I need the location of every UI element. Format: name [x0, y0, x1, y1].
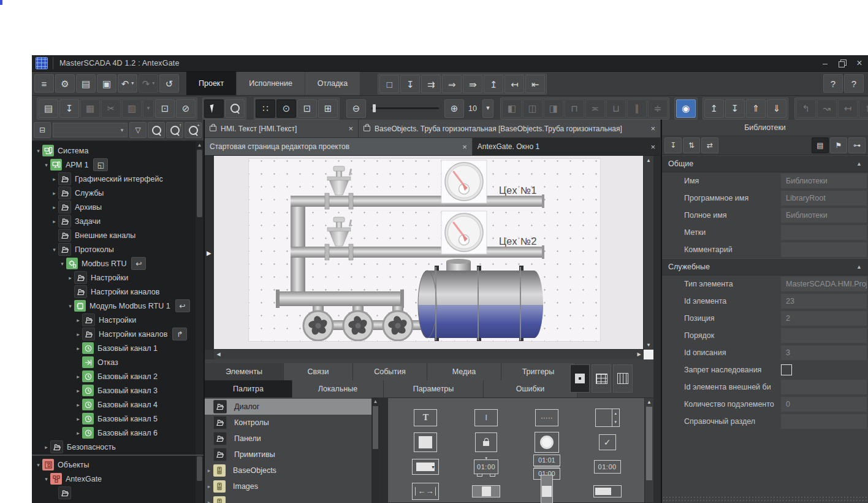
expander-icon[interactable]: ▸: [50, 190, 58, 196]
tree-item-antexgate[interactable]: ▾AntexGate: [32, 472, 204, 486]
paste-options-button[interactable]: ↧: [59, 99, 79, 118]
expander-icon[interactable]: ▸: [205, 499, 213, 503]
rotate-left-button[interactable]: ↰: [796, 99, 816, 118]
view-table-button[interactable]: [592, 364, 611, 393]
objects-scrollbar-thumb[interactable]: [197, 456, 202, 481]
keys-button[interactable]: ⊶: [848, 137, 866, 153]
tab-parameters[interactable]: Параметры: [384, 380, 484, 397]
doc-tab-window1[interactable]: AntexGate. Окно 1×: [473, 138, 661, 155]
palette-group-панели[interactable]: Панели: [205, 431, 371, 447]
tree-item-настройки[interactable]: ▸Настройки: [32, 271, 196, 285]
redo-button-dropdown[interactable]: ▾: [152, 81, 154, 86]
tab-triggers[interactable]: Триггеры: [501, 363, 576, 380]
chevron-up-icon[interactable]: ▲: [856, 161, 862, 167]
property-value[interactable]: [781, 242, 867, 257]
canvas-vscrollbar[interactable]: ▲ ▼: [643, 156, 653, 350]
minimize-button[interactable]: –: [817, 55, 834, 71]
tree-item[interactable]: [32, 486, 204, 500]
tab-links[interactable]: Связи: [284, 363, 353, 380]
inheritance-checkbox[interactable]: [781, 364, 792, 375]
tab-palette[interactable]: Палитра: [205, 380, 292, 397]
view-settings-button[interactable]: ≡: [34, 74, 54, 93]
tree-item-базовый-канал-1[interactable]: ▸Базовый канал 1: [32, 341, 196, 355]
collapse-all-button[interactable]: ⊟: [34, 122, 51, 138]
tree-item-система[interactable]: ▾Система: [32, 144, 196, 158]
canvas-hscrollbar[interactable]: ◀ ▶: [214, 349, 644, 359]
chevron-up-icon[interactable]: ▲: [856, 264, 862, 270]
expander-icon[interactable]: ▾: [34, 148, 42, 154]
section-header-general[interactable]: Общие▲: [662, 155, 868, 172]
property-value[interactable]: 3: [781, 345, 867, 360]
restore-button[interactable]: [834, 55, 851, 71]
expand-groups-button[interactable]: ↧: [664, 137, 682, 153]
lock-button-widget[interactable]: [475, 432, 497, 452]
objects-scrollbar[interactable]: [196, 456, 204, 503]
move-back-button[interactable]: ↤: [838, 99, 858, 118]
expander-icon[interactable]: ▸: [74, 331, 82, 337]
tree-item-базовый-канал-2[interactable]: ▸Базовый канал 2: [32, 369, 196, 383]
zoom-options-button[interactable]: ▼: [482, 99, 493, 118]
tree-item-графический-интерфейс[interactable]: ▸Графический интерфейс: [32, 172, 196, 186]
mnemonic-page[interactable]: Цех №1 Цех №2: [249, 159, 600, 341]
expander-icon[interactable]: ▸: [74, 416, 82, 422]
tree-item-архивы[interactable]: ▸Архивы: [32, 200, 196, 214]
section-header-service[interactable]: Служебные▲: [662, 258, 868, 275]
tree-item-задачи[interactable]: ▸Задачи: [32, 214, 196, 228]
collapse-structure-button[interactable]: ↧: [400, 75, 420, 93]
spinbox-widget[interactable]: ▲▼: [595, 409, 620, 427]
undo-button-dropdown[interactable]: ▾: [131, 81, 134, 86]
expander-icon[interactable]: ▾: [34, 462, 42, 468]
align-left-button[interactable]: ◧: [502, 99, 522, 118]
label-widget[interactable]: T: [414, 409, 437, 426]
snap-objects-button[interactable]: ⊡: [297, 99, 317, 118]
resize-widget[interactable]: ←→: [412, 483, 439, 500]
instance-window-button[interactable]: ◱: [93, 158, 108, 171]
textbox-widget[interactable]: I: [474, 409, 498, 426]
tree-item-modbus-rtu[interactable]: ▾Modbus RTU↩: [32, 256, 196, 271]
help-button[interactable]: ?: [823, 74, 843, 93]
expander-icon[interactable]: ▸: [50, 176, 58, 182]
close-icon[interactable]: ×: [650, 142, 655, 152]
view-columns-button[interactable]: [613, 364, 633, 393]
flags-button[interactable]: ⚑: [830, 137, 847, 153]
tab-locals[interactable]: Локальные: [292, 380, 384, 397]
scroll-up-icon[interactable]: ▲: [371, 397, 379, 405]
zoom-tool-button[interactable]: [225, 99, 245, 118]
tab-elements[interactable]: Элементы: [205, 363, 284, 380]
import-up-button[interactable]: ↥: [484, 75, 503, 93]
property-value[interactable]: [781, 414, 867, 429]
tree-scrollbar-thumb[interactable]: [197, 150, 202, 217]
fit-selection-button[interactable]: □: [379, 75, 399, 93]
cut-button[interactable]: ✂: [101, 99, 121, 118]
search-zoom-button[interactable]: +: [185, 122, 202, 138]
doc-tab-start-page[interactable]: Стартовая страница редактора проектов×: [205, 138, 473, 155]
canvas-flyout-strip[interactable]: ▶: [205, 156, 214, 350]
expander-icon[interactable]: ▸: [74, 374, 82, 380]
scroll-left-icon[interactable]: ◀: [214, 350, 223, 359]
palette-grid-scrollbar-thumb[interactable]: [646, 407, 652, 480]
tree-item-службы[interactable]: ▸Службы: [32, 186, 196, 200]
tree-item-настройки-каналов[interactable]: ▸Настройки каналов↱: [32, 327, 196, 341]
copy-button[interactable]: ▦: [80, 99, 100, 118]
expander-icon[interactable]: ▸: [74, 317, 82, 323]
distribute-h-button[interactable]: ∥: [627, 99, 647, 118]
radio-widget[interactable]: [535, 432, 559, 453]
bring-to-front-button[interactable]: ↥: [704, 99, 724, 118]
expander-icon[interactable]: ▾: [42, 162, 50, 168]
search-up-button[interactable]: ↑: [166, 122, 183, 138]
gauge-shop2[interactable]: [441, 211, 487, 254]
scroll-down-icon[interactable]: ▼: [644, 340, 653, 350]
tab-runtime[interactable]: Исполнение: [237, 72, 305, 95]
panel-resize-grip[interactable]: [662, 496, 868, 503]
expander-icon[interactable]: ▸: [74, 388, 82, 394]
grid-toggle-button[interactable]: ∷: [256, 99, 275, 118]
context-help-button[interactable]: ?: [844, 74, 864, 93]
tank[interactable]: [414, 259, 546, 341]
tree-item-базовый-канал-5[interactable]: ▸Базовый канал 5: [32, 412, 196, 426]
export-element-button[interactable]: ⇧: [859, 99, 868, 118]
palette-grid-scrollbar[interactable]: ▲: [644, 398, 653, 502]
palette-list-scrollbar[interactable]: ▲: [371, 397, 379, 503]
save-project-button[interactable]: ▣: [97, 74, 116, 93]
tree-item-настройки[interactable]: ▸Настройки: [32, 313, 196, 327]
expander-icon[interactable]: ▾: [66, 303, 74, 309]
